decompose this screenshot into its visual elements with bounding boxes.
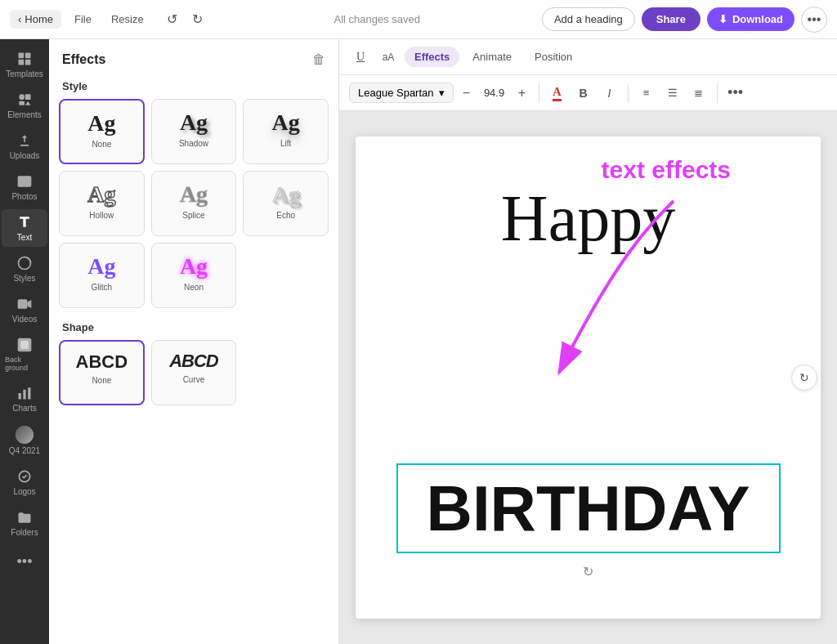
style-hollow-label: Hollow [89, 211, 114, 220]
svg-rect-6 [19, 101, 25, 105]
svg-point-4 [19, 94, 25, 100]
font-color-button[interactable]: A [546, 82, 569, 105]
shape-curve[interactable]: ABCD Curve [151, 340, 237, 405]
sidebar-item-logos[interactable]: Logos [2, 463, 47, 501]
svg-rect-14 [19, 393, 21, 400]
ag-echo-preview: Ag [272, 181, 300, 208]
ag-neon-preview: Ag [180, 253, 208, 280]
canvas-page[interactable]: Happy BIRTHDAY ↻ [356, 136, 821, 619]
sidebar-label-styles: Styles [13, 274, 35, 283]
sidebar-label-q4: Q4 2021 [9, 446, 40, 455]
chevron-left-icon: ‹ [18, 13, 21, 25]
svg-rect-16 [28, 387, 30, 399]
sidebar-item-videos[interactable]: Videos [2, 291, 47, 329]
style-echo[interactable]: Ag Echo [243, 171, 329, 236]
ag-hollow-preview: Ag [87, 181, 115, 208]
svg-rect-0 [19, 53, 25, 59]
tab-animate[interactable]: Animate [463, 47, 521, 67]
sidebar-item-photos[interactable]: Photos [2, 168, 47, 206]
aa-button[interactable]: aA [377, 46, 400, 69]
add-heading-button[interactable]: Add a heading [542, 7, 635, 31]
tab-row: Effects Animate Position [405, 47, 827, 67]
font-size-decrease[interactable]: − [457, 83, 477, 103]
download-icon: ⬇ [718, 13, 727, 25]
sidebar-item-elements[interactable]: Elements [2, 87, 47, 124]
sidebar-item-uploads[interactable]: Uploads [2, 127, 47, 165]
shape-none[interactable]: ABCD None [59, 340, 145, 405]
undo-button[interactable]: ↺ [160, 8, 184, 30]
style-splice-label: Splice [182, 211, 204, 220]
italic-button[interactable]: I [598, 82, 621, 105]
more-options-button[interactable]: ••• [801, 7, 827, 33]
shape-section-label: Shape [49, 315, 338, 340]
sidebar-label-logos: Logos [13, 487, 35, 496]
style-none-label: None [92, 140, 111, 149]
style-shadow[interactable]: Ag Shadow [151, 99, 237, 164]
list-indent-button[interactable]: ≣ [687, 82, 710, 105]
font-size-control: − 94.9 + [457, 83, 532, 103]
download-button[interactable]: ⬇ Download [707, 7, 794, 31]
rotate-handle[interactable]: ↻ [583, 564, 593, 579]
canvas-area: Happy BIRTHDAY ↻ text effects [339, 111, 837, 644]
delete-button[interactable]: 🗑 [312, 52, 325, 67]
canvas-toolbar: League Spartan ▾ − 94.9 + A B I ≡ ☰ ≣ ••… [339, 75, 837, 111]
svg-marker-7 [25, 101, 31, 105]
download-label: Download [732, 13, 783, 25]
style-none[interactable]: Ag None [59, 99, 145, 164]
sidebar-label-folders: Folders [11, 528, 38, 537]
shape-grid: ABCD None ABCD Curve [49, 340, 338, 412]
style-grid: Ag None Ag Shadow Ag Lift Ag Hollow Ag S… [49, 99, 338, 315]
ag-splice-preview: Ag [180, 181, 208, 208]
font-size-increase[interactable]: + [512, 83, 532, 103]
shape-curve-label: Curve [183, 375, 205, 384]
style-section-label: Style [49, 74, 338, 99]
sidebar-more[interactable]: ••• [2, 548, 47, 575]
sidebar-label-templates: Templates [6, 69, 43, 78]
share-button[interactable]: Share [642, 7, 700, 31]
sidebar-label-uploads: Uploads [10, 151, 40, 160]
sidebar-item-folders[interactable]: Folders [2, 504, 47, 542]
underline-button[interactable]: U [349, 46, 372, 69]
home-button[interactable]: ‹ Home [10, 10, 61, 29]
file-menu[interactable]: File [68, 10, 98, 29]
bold-button[interactable]: B [572, 82, 595, 105]
resize-menu[interactable]: Resize [105, 10, 150, 29]
svg-point-9 [20, 179, 23, 181]
font-selector[interactable]: League Spartan ▾ [349, 83, 454, 103]
redo-button[interactable]: ↻ [186, 8, 209, 30]
style-glitch-label: Glitch [92, 283, 113, 292]
tab-position[interactable]: Position [525, 47, 582, 67]
align-button[interactable]: ≡ [635, 82, 658, 105]
style-shadow-label: Shadow [179, 139, 208, 148]
effects-title: Effects [62, 52, 105, 67]
sidebar-label-photos: Photos [11, 192, 37, 201]
sidebar-item-background[interactable]: Back ground [2, 332, 47, 377]
svg-rect-15 [23, 390, 25, 400]
sidebar-item-templates[interactable]: Templates [2, 46, 47, 83]
ag-shadow-preview: Ag [180, 110, 208, 136]
style-neon-label: Neon [184, 283, 204, 292]
more-text-options[interactable]: ••• [724, 82, 747, 105]
sidebar-item-text[interactable]: Text [2, 209, 47, 247]
sidebar-item-q4[interactable]: Q4 2021 [2, 421, 47, 460]
ag-glitch-preview: Ag [87, 253, 115, 280]
tab-effects[interactable]: Effects [405, 47, 459, 67]
sidebar-item-styles[interactable]: Styles [2, 250, 47, 288]
font-dropdown-icon: ▾ [439, 87, 445, 99]
canvas-content: Happy BIRTHDAY ↻ text effects [339, 111, 837, 644]
style-hollow[interactable]: Ag Hollow [59, 171, 145, 236]
svg-rect-11 [18, 299, 28, 309]
style-lift[interactable]: Ag Lift [243, 99, 329, 164]
canvas-happy-text: Happy [501, 182, 675, 254]
abcd-none-preview: ABCD [76, 351, 128, 373]
style-neon[interactable]: Ag Neon [151, 243, 237, 308]
ag-none-preview: Ag [87, 110, 115, 136]
home-label: Home [25, 13, 53, 25]
style-glitch[interactable]: Ag Glitch [59, 243, 145, 308]
abcd-curve-preview: ABCD [169, 351, 218, 372]
sidebar-item-charts[interactable]: Charts [2, 380, 47, 418]
canvas-refresh-button[interactable]: ↻ [791, 364, 817, 391]
effects-header: Effects 🗑 [49, 39, 338, 74]
list-button[interactable]: ☰ [661, 82, 684, 105]
style-splice[interactable]: Ag Splice [151, 171, 237, 236]
